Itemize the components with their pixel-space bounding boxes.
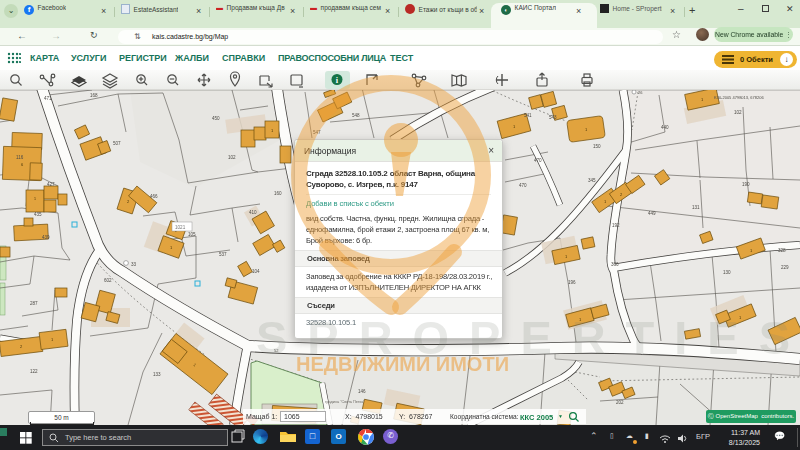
- svg-text:150: 150: [593, 144, 601, 149]
- svg-text:1: 1: [34, 197, 36, 201]
- svg-text:градина “Света Петка”: градина “Света Петка”: [325, 400, 365, 404]
- svg-text:537: 537: [219, 252, 227, 257]
- svg-text:328: 328: [778, 248, 786, 253]
- svg-text:450: 450: [212, 116, 220, 121]
- svg-text:192: 192: [612, 223, 620, 228]
- svg-text:122: 122: [30, 369, 38, 374]
- svg-text:427: 427: [47, 182, 55, 187]
- svg-text:470: 470: [519, 183, 527, 188]
- svg-text:133: 133: [153, 372, 161, 377]
- svg-text:287: 287: [30, 301, 38, 306]
- svg-text:116: 116: [16, 155, 24, 160]
- svg-text:541: 541: [524, 113, 532, 118]
- svg-text:104: 104: [252, 269, 260, 274]
- svg-text:K30-2005 4798013, 678206: K30-2005 4798013, 678206: [714, 95, 764, 100]
- svg-text:470: 470: [534, 158, 542, 163]
- svg-text:548: 548: [352, 113, 360, 118]
- svg-text:160: 160: [274, 191, 282, 196]
- svg-text:202: 202: [616, 400, 624, 405]
- svg-text:543: 543: [549, 115, 557, 120]
- svg-text:131: 131: [692, 205, 700, 210]
- svg-text:196: 196: [568, 280, 576, 285]
- svg-text:439: 439: [42, 235, 50, 240]
- svg-text:105: 105: [188, 232, 196, 237]
- svg-text:130: 130: [723, 270, 731, 275]
- svg-text:345: 345: [588, 178, 596, 183]
- svg-text:229: 229: [781, 265, 789, 270]
- svg-text:602: 602: [104, 278, 112, 283]
- svg-text:466: 466: [150, 194, 158, 199]
- svg-text:52: 52: [274, 348, 279, 353]
- svg-text:440: 440: [661, 125, 669, 130]
- svg-text:471: 471: [44, 96, 52, 101]
- svg-text:26: 26: [638, 90, 643, 95]
- svg-text:102: 102: [228, 155, 236, 160]
- svg-text:435: 435: [34, 212, 42, 217]
- svg-text:547: 547: [313, 130, 321, 135]
- svg-text:168: 168: [90, 93, 98, 98]
- svg-text:507: 507: [113, 141, 121, 146]
- svg-text:33: 33: [131, 262, 137, 267]
- svg-text:449: 449: [648, 211, 656, 216]
- svg-text:366: 366: [611, 262, 619, 267]
- svg-text:410: 410: [249, 210, 257, 215]
- svg-text:190: 190: [742, 182, 750, 187]
- svg-text:146: 146: [358, 389, 366, 394]
- svg-text:102: 102: [734, 110, 742, 115]
- svg-text:1021: 1021: [175, 225, 186, 230]
